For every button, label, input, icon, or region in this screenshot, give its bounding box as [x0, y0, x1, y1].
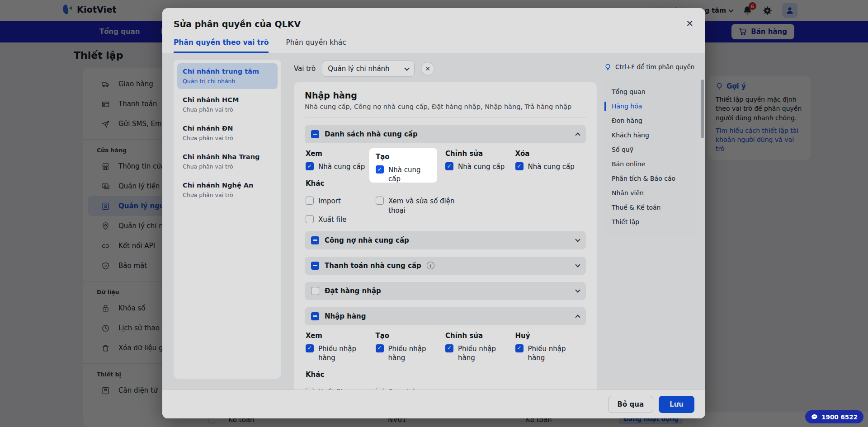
- other-grid: ImportXuất fileXem và sửa số điện thoại: [305, 192, 586, 224]
- section-title: Nhập hàng: [325, 312, 366, 320]
- chevron-up-icon[interactable]: [575, 314, 580, 319]
- permission-checkbox[interactable]: ✓: [376, 344, 384, 352]
- branch-role: Chưa phân vai trò: [183, 163, 272, 170]
- chevron-down-icon[interactable]: [575, 288, 580, 293]
- branch-item-chi-nhanh-n[interactable]: Chi nhánh ĐNChưa phân vai trò: [177, 120, 278, 146]
- permission-label: Nhà cung cấp: [318, 162, 365, 171]
- other-label: Khác: [305, 371, 586, 379]
- spotlight-checkbox[interactable]: ✓: [376, 165, 384, 174]
- modal-nav-item-so-quy[interactable]: Số quỹ: [612, 145, 689, 154]
- branch-role: Chưa phân vai trò: [183, 192, 272, 198]
- role-select[interactable]: Quản lý chi nhánh: [322, 61, 415, 77]
- permission-checkbox[interactable]: ✓: [306, 162, 314, 170]
- modal-nav-item-nhan-vien[interactable]: Nhân viên: [612, 188, 689, 197]
- modal-body: Chi nhánh trung tâmQuản trị chi nhánhChi…: [162, 53, 705, 389]
- permission-checkbox[interactable]: [306, 215, 314, 223]
- modal-footer: Bỏ qua Lưu: [162, 389, 705, 418]
- permission-label: Phiếu nhập hàng: [458, 344, 507, 363]
- branch-role: Chưa phân vai trò: [183, 135, 272, 141]
- permission-checkbox[interactable]: ✓: [445, 344, 453, 352]
- permission-grid: Xem✓Nhà cung cấpTạo✓Nhà cung cấpChỉnh sử…: [305, 150, 586, 171]
- permission-column-xoa: Xóa✓Nhà cung cấp: [515, 150, 585, 171]
- chevron-down-icon[interactable]: [575, 263, 580, 267]
- modal-nav-panel: Tổng quanHàng hóaĐơn hàngKhách hàngSố qu…: [604, 80, 696, 235]
- lightbulb-icon: [604, 64, 611, 70]
- permission-checkbox[interactable]: [306, 197, 314, 205]
- permission-item: ✓Phiếu nhập hàng: [376, 344, 446, 363]
- permission-checkbox[interactable]: ✓: [445, 162, 453, 170]
- section-checkbox[interactable]: [311, 312, 319, 320]
- section-bar-danh-sach-nha-cung-cap[interactable]: Danh sách nhà cung cấp: [305, 125, 586, 143]
- modal-nav-item-ban-online[interactable]: Bán online: [612, 160, 689, 169]
- modal-nav-item-on-hang[interactable]: Đơn hàng: [612, 116, 689, 125]
- branch-name: Chi nhánh Nghệ An: [183, 182, 272, 189]
- permission-item: Xem và sửa số điện thoại: [376, 197, 475, 215]
- permission-column-xem: Xem✓Phiếu nhập hàng: [306, 332, 376, 363]
- section-bar-thanh-toan-nha-cung-cap[interactable]: Thanh toán nhà cung cấpi: [305, 257, 586, 275]
- branch-item-chi-nhanh-nha-trang[interactable]: Chi nhánh Nha TrangChưa phân vai trò: [177, 149, 278, 174]
- section-bar-at-hang-nhap[interactable]: Đặt hàng nhập: [305, 282, 586, 300]
- permission-column-chinh-sua: Chỉnh sửa✓Phiếu nhập hàng: [445, 332, 515, 363]
- other-label: Khác: [305, 179, 586, 188]
- permission-checkbox[interactable]: ✓: [515, 162, 524, 170]
- role-clear-button[interactable]: ✕: [421, 62, 434, 75]
- column-header: Chỉnh sửa: [445, 332, 515, 340]
- close-icon[interactable]: ✕: [686, 19, 693, 28]
- section-title: Thanh toán nhà cung cấp: [325, 262, 421, 270]
- permission-item: ✓Phiếu nhập hàng: [515, 344, 585, 363]
- modal-nav-item-phan-tich-bao-cao[interactable]: Phân tích & Báo cáo: [612, 174, 689, 183]
- permission-item: ✓Nhà cung cấp: [515, 162, 585, 171]
- section-bar-nhap-hang[interactable]: Nhập hàng: [305, 307, 586, 325]
- section-checkbox[interactable]: [311, 287, 319, 295]
- cancel-button[interactable]: Bỏ qua: [608, 396, 654, 413]
- section-checkbox[interactable]: [311, 262, 319, 270]
- branch-role: Chưa phân vai trò: [183, 106, 272, 113]
- permission-checkbox[interactable]: [376, 197, 384, 205]
- permission-label: Xem và sửa số điện thoại: [388, 197, 461, 215]
- modal-scrollbar[interactable]: [701, 80, 704, 138]
- branch-item-chi-nhanh-trung-tam[interactable]: Chi nhánh trung tâmQuản trị chi nhánh: [177, 63, 278, 89]
- column-header: Xem: [306, 332, 376, 340]
- branch-item-chi-nhanh-hcm[interactable]: Chi nhánh HCMChưa phân vai trò: [177, 92, 278, 117]
- section-bar-cong-no-nha-cung-cap[interactable]: Công nợ nhà cung cấp: [305, 231, 586, 249]
- modal-header: Sửa phân quyền của QLKV ✕ Phân quyền the…: [162, 8, 705, 53]
- role-field: Vai trò Quản lý chi nhánh ✕: [294, 61, 434, 77]
- permission-column-huy: Huỷ✓Phiếu nhập hàng: [515, 332, 585, 363]
- chevron-up-icon[interactable]: [575, 132, 580, 137]
- permission-item: ✓Nhà cung cấp: [306, 162, 376, 171]
- page: KiotViet Chi nhánh trung tâm 6: [0, 0, 868, 427]
- permissions-modal: Sửa phân quyền của QLKV ✕ Phân quyền the…: [162, 8, 705, 418]
- modal-title: Sửa phân quyền của QLKV: [174, 19, 301, 29]
- permission-item: ✓Phiếu nhập hàng: [306, 344, 376, 363]
- section-title: Đặt hàng nhập: [325, 287, 381, 295]
- section-checkbox[interactable]: [311, 236, 319, 244]
- branch-name: Chi nhánh Nha Trang: [183, 153, 272, 160]
- permission-checkbox[interactable]: ✓: [515, 344, 524, 352]
- permission-item: Import: [306, 197, 376, 206]
- column-header: Chỉnh sửa: [445, 150, 515, 158]
- permission-label: Phiếu nhập hàng: [388, 344, 437, 363]
- tab-phan-quyen-khac[interactable]: Phân quyền khác: [286, 38, 346, 53]
- chevron-down-icon[interactable]: [575, 237, 580, 242]
- spotlight-column-header: Tạo: [376, 153, 431, 161]
- branch-item-chi-nhanh-nghe-an[interactable]: Chi nhánh Nghệ AnChưa phân vai trò: [177, 177, 278, 203]
- spotlight-tao-nha-cung-cap: Tạo ✓ Nhà cung cấp: [369, 148, 437, 183]
- permission-label: Nhà cung cấp: [458, 162, 505, 171]
- modal-nav-item-thiet-lap[interactable]: Thiết lập: [612, 217, 689, 226]
- save-button[interactable]: Lưu: [659, 396, 694, 413]
- permission-sections: Danh sách nhà cung cấpXem✓Nhà cung cấpTạ…: [305, 125, 586, 389]
- other-column: Xem và sửa số điện thoại: [376, 192, 475, 224]
- modal-nav-item-khach-hang[interactable]: Khách hàng: [612, 131, 689, 140]
- modal-tabs: Phân quyền theo vai trò Phân quyền khác: [174, 38, 346, 53]
- tab-phan-quyen-theo-vai-tro[interactable]: Phân quyền theo vai trò: [174, 38, 269, 53]
- support-button[interactable]: 1900 6522: [805, 410, 863, 423]
- modal-nav-item-hang-hoa[interactable]: Hàng hóa: [604, 102, 689, 111]
- modal-nav-item-tong-quan[interactable]: Tổng quan: [612, 87, 689, 96]
- column-header: Xem: [306, 150, 376, 158]
- column-header: Tạo: [376, 332, 446, 340]
- permission-column-xem: Xem✓Nhà cung cấp: [306, 150, 376, 171]
- column-header: Xóa: [515, 150, 585, 158]
- section-checkbox[interactable]: [311, 130, 319, 138]
- modal-nav-item-thue-ke-toan[interactable]: Thuế & Kế toán: [612, 203, 689, 212]
- permission-checkbox[interactable]: ✓: [306, 344, 314, 352]
